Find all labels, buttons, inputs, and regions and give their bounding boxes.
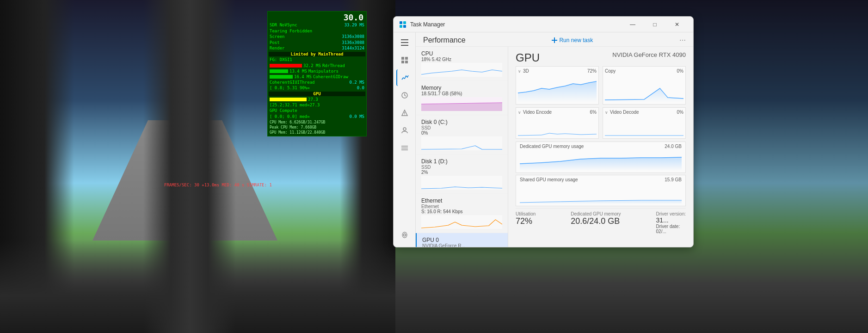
svg-rect-0: [400, 21, 402, 24]
sidebar-hamburger[interactable]: [396, 34, 413, 51]
dedicated-gpu-memory-section: Dedicated GPU memory usage 24.0 GB: [516, 142, 686, 173]
debug-gpu-section: GPU: [269, 92, 365, 96]
disk0-usage: 0%: [421, 130, 502, 136]
maximize-button[interactable]: □: [644, 17, 665, 32]
task-manager-icon: [399, 21, 406, 28]
memory-name: Memory: [421, 85, 502, 91]
svg-point-14: [404, 114, 405, 115]
resource-item-memory[interactable]: Memory 18.5/31.7 GB (58%): [416, 81, 508, 115]
svg-rect-4: [401, 39, 408, 40]
debug-panel: 30.0 SDR NoVSync 33.29 MS Tearing Forbid…: [267, 11, 367, 136]
performance-title: Performance: [423, 36, 466, 44]
svg-rect-6: [401, 45, 408, 46]
shared-mem-max: 15.9 GB: [665, 177, 682, 182]
ethernet-mini-graph: [421, 215, 502, 229]
gpu-sub-graphs: ∨ 3D 72%: [516, 66, 686, 105]
debug-mem: CPU Mem: 6.626GB/31.247GB: [269, 120, 365, 125]
expand-icon: ∨: [605, 110, 608, 115]
svg-rect-5: [401, 42, 408, 43]
task-manager-window: Task Manager — □ ✕: [393, 16, 694, 247]
memory-usage: 18.5/31.7 GB (58%): [421, 91, 502, 96]
stat-driver: Driver version: 31... Driver date: 02/..…: [656, 211, 686, 234]
svg-rect-10: [405, 61, 408, 63]
window-controls: — □ ✕: [622, 17, 688, 32]
ethernet-sub: Ethernet: [421, 204, 502, 209]
sidebar-item-startup[interactable]: [396, 105, 413, 121]
gpu-decode-label: ∨ Video Decode 0%: [605, 110, 683, 115]
sidebar-item-performance[interactable]: [396, 69, 413, 86]
svg-marker-25: [605, 88, 683, 102]
debug-mem-peak: Peak CPU Mem: 7.668GB: [269, 125, 365, 130]
driver-date-value: 02/...: [656, 229, 686, 234]
svg-point-15: [403, 128, 406, 130]
gpu-encode-value: 6%: [590, 110, 597, 115]
svg-marker-24: [518, 81, 597, 102]
shared-mem-label-text: Shared GPU memory usage: [520, 177, 578, 182]
main-panel: Performance Run new task ⋯ CPU 18% 5.42 …: [416, 32, 693, 247]
debug-row: [25.2;32.71 med=27.3: [269, 102, 365, 108]
sidebar-item-history[interactable]: [396, 87, 413, 104]
memory-mini-graph: [421, 97, 502, 111]
gpu-decode-value: 0%: [677, 110, 683, 115]
shared-mem-label: Shared GPU memory usage 15.9 GB: [520, 177, 682, 182]
gpu-copy-graph: Copy 0%: [603, 66, 686, 105]
minimize-button[interactable]: —: [622, 17, 643, 32]
gpu-encode-decode-graphs: ∨ Video Encode 6%: [516, 107, 686, 139]
gpu-decode-label-text: Video Decode: [610, 110, 639, 115]
disk0-sub: SSD: [421, 125, 502, 130]
hud-overlay: FRAMES/SEC: 30 +13.0ms MED: 40 s SIMRATE…: [164, 183, 272, 187]
driver-version-label: Driver version:: [656, 211, 686, 216]
cpu-usage: 18% 5.42 GHz: [421, 57, 502, 62]
gpu-3d-graph: ∨ 3D 72%: [516, 66, 599, 105]
sidebar-item-settings[interactable]: [396, 227, 413, 243]
dedicated-memory-value: 20.6/24.0 GB: [571, 216, 621, 226]
debug-section: Limited by MainThread: [269, 52, 365, 56]
dedicated-mem-label: Dedicated GPU memory usage 24.0 GB: [520, 144, 682, 149]
sidebar-item-users[interactable]: [396, 122, 413, 139]
run-new-task-label: Run new task: [559, 37, 593, 43]
close-button[interactable]: ✕: [666, 17, 688, 32]
sidebar: [394, 32, 416, 247]
gpu-stats-row: Utilisation 72% Dedicated GPU memory 20.…: [516, 208, 686, 234]
svg-rect-2: [400, 25, 402, 28]
run-new-task-button[interactable]: Run new task: [552, 37, 593, 43]
disk0-name: Disk 0 (C:): [421, 119, 502, 125]
resource-item-disk0[interactable]: Disk 0 (C:) SSD 0%: [416, 115, 508, 154]
svg-rect-7: [401, 57, 404, 60]
more-options-button[interactable]: ⋯: [679, 37, 686, 44]
resource-item-gpu0[interactable]: GPU 0 NVIDIA GeForce R... 72% (59 °C): [416, 233, 508, 247]
dedicated-memory-label: Dedicated GPU memory: [571, 211, 621, 216]
utilisation-label: Utilisation: [516, 211, 536, 216]
debug-row: SDR NoVSync 33.29 MS: [269, 22, 365, 28]
expand-icon: ∨: [518, 110, 521, 115]
gpu-decode-canvas: [605, 116, 683, 136]
debug-row: CoherentGIUIThread 0.2 MS: [269, 80, 365, 86]
debug-bar: [270, 75, 293, 79]
sidebar-item-details[interactable]: [396, 140, 413, 156]
gpu-model: NVIDIA GeForce RTX 4090: [612, 51, 686, 58]
gpu-3d-canvas: [518, 74, 597, 102]
title-left: Task Manager: [399, 21, 445, 28]
svg-rect-21: [552, 40, 557, 41]
svg-marker-26: [520, 157, 682, 171]
debug-row: Screen 3136x3088: [269, 34, 365, 40]
shared-gpu-memory-section: Shared GPU memory usage 15.9 GB: [516, 175, 686, 206]
debug-bar-row: 32.2 MS RdrThread: [269, 63, 365, 68]
svg-rect-9: [401, 61, 404, 63]
disk1-sub: SSD: [421, 165, 502, 170]
gpu-copy-label-text: Copy: [605, 68, 616, 74]
sidebar-item-processes[interactable]: [396, 52, 413, 68]
content-area: Performance Run new task ⋯ CPU 18% 5.42 …: [394, 32, 693, 247]
gpu-copy-canvas: [605, 74, 683, 102]
debug-row: FG: DXGI1: [269, 57, 365, 63]
svg-point-19: [403, 234, 406, 236]
resource-item-ethernet[interactable]: Ethernet Ethernet S: 16.0 R: 544 Kbps: [416, 194, 508, 233]
svg-rect-3: [403, 25, 406, 28]
debug-fps: 30.0: [269, 12, 365, 22]
resource-item-disk1[interactable]: Disk 1 (D:) SSD 2%: [416, 154, 508, 194]
debug-row: [ 0.0; 0.0] med= 0.0 MS: [269, 114, 365, 120]
gpu-encode-label-text: Video Encode: [523, 110, 552, 115]
resource-item-cpu[interactable]: CPU 18% 5.42 GHz: [416, 47, 508, 81]
gpu-video-encode-graph: ∨ Video Encode 6%: [516, 107, 599, 139]
cpu-name: CPU: [421, 50, 502, 57]
